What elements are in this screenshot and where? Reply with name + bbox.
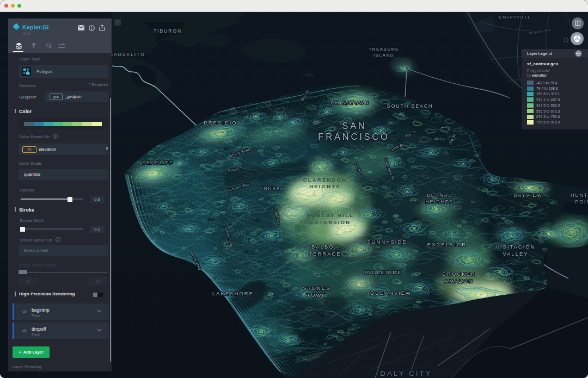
svg-text:O: O xyxy=(563,36,569,44)
svg-text:HUNT: HUNT xyxy=(571,193,588,198)
svg-text:SAUSALITO: SAUSALITO xyxy=(109,52,145,57)
svg-text:BAYVIEW: BAYVIEW xyxy=(514,193,543,198)
svg-text:SAN: SAN xyxy=(342,121,366,131)
svg-text:PRESIDIO: PRESIDIO xyxy=(204,120,237,126)
svg-text:INNER: INNER xyxy=(261,186,281,191)
svg-text:CLARENDON: CLARENDON xyxy=(303,177,347,183)
svg-text:TERRACE: TERRACE xyxy=(309,251,341,257)
svg-text:CHINATOWN: CHINATOWN xyxy=(331,100,370,106)
svg-text:FRANCISCO: FRANCISCO xyxy=(318,132,389,141)
svg-text:TIBURON: TIBURON xyxy=(154,28,182,34)
svg-text:FOREST HILL: FOREST HILL xyxy=(307,212,354,218)
svg-text:POIN: POIN xyxy=(575,199,588,205)
svg-text:STONES: STONES xyxy=(303,285,331,291)
svg-text:TREASURE: TREASURE xyxy=(369,47,399,52)
svg-text:HEIGHTS: HEIGHTS xyxy=(425,199,453,205)
svg-text:AMAZON: AMAZON xyxy=(445,278,474,284)
svg-text:CROCKER: CROCKER xyxy=(442,271,476,277)
svg-text:HEIGHTS: HEIGHTS xyxy=(309,183,341,189)
svg-text:SEACLIFF: SEACLIFF xyxy=(142,160,173,165)
svg-text:VALLEY: VALLEY xyxy=(503,251,528,257)
svg-text:SOUTH BEACH: SOUTH BEACH xyxy=(387,103,433,109)
svg-text:LAKESHORE: LAKESHORE xyxy=(212,290,254,296)
svg-text:BERNAL: BERNAL xyxy=(427,193,452,198)
svg-text:INGLESIDE: INGLESIDE xyxy=(365,269,402,275)
svg-text:OCEANVIEW: OCEANVIEW xyxy=(370,290,412,296)
svg-text:EXTENSION: EXTENSION xyxy=(310,219,351,225)
svg-text:VISITACION: VISITACION xyxy=(495,244,535,250)
svg-text:ISLAND: ISLAND xyxy=(373,53,394,58)
svg-text:DALY CITY: DALY CITY xyxy=(380,369,432,377)
svg-text:TOWN: TOWN xyxy=(307,292,327,298)
svg-text:EMERYVILLE: EMERYVILLE xyxy=(499,15,531,20)
svg-text:BALBOA: BALBOA xyxy=(311,244,339,250)
svg-text:SUNNYSIDE: SUNNYSIDE xyxy=(367,239,407,245)
svg-text:EXCELSIOR: EXCELSIOR xyxy=(427,241,467,247)
